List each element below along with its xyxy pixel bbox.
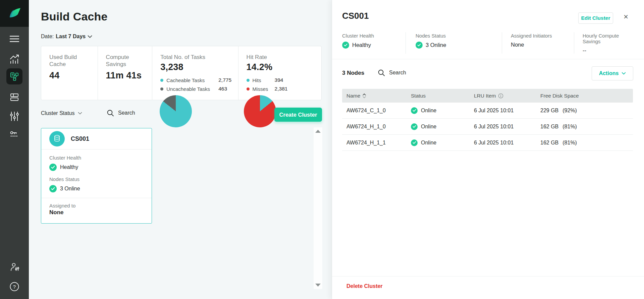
help-icon[interactable]: ? [0, 282, 29, 292]
column-free-disk-space: Free Disk Space [540, 93, 579, 99]
scroll-down-icon[interactable] [315, 284, 321, 287]
nodes-count: 3 Nodes [342, 70, 364, 76]
logo-icon [6, 5, 23, 21]
node-status: Online [421, 108, 436, 114]
panel-title: CS001 [342, 11, 369, 21]
sort-icon[interactable] [363, 94, 366, 98]
close-icon[interactable]: × [621, 12, 631, 21]
delete-cluster-button[interactable]: Delete Cluster [346, 283, 383, 289]
nodes-search-input[interactable]: Search [378, 69, 406, 76]
cluster-name: CS001 [71, 135, 89, 142]
legend-value: 2,775 [218, 77, 231, 83]
cluster-search-input[interactable]: Search [107, 109, 135, 117]
stat-value: 3,238 [160, 62, 238, 72]
cluster-status-filter[interactable]: Cluster Status [41, 110, 82, 116]
legend-row: Hits 394 [247, 77, 321, 83]
summary-nodes-status: Nodes Status 3 Online [406, 32, 502, 54]
date-filter[interactable]: Date: Last 7 Days [41, 34, 92, 40]
analytics-icon[interactable] [0, 54, 29, 64]
chevron-down-icon [78, 112, 82, 115]
nodes-status: 3 Online [49, 185, 144, 192]
legend-value: 2,381 [275, 86, 288, 92]
create-cluster-button[interactable]: Create Cluster [274, 108, 322, 122]
summary-hourly-compute-savings: Hourly Compute Savings -- [574, 32, 636, 54]
check-icon [342, 42, 349, 49]
node-disk: 229 GB(92%) [536, 108, 633, 114]
scroll-up-icon[interactable] [315, 130, 321, 133]
stat-label: Used Build Cache [49, 54, 98, 68]
summary-value: Healthy [352, 42, 371, 48]
summary-value: 3 Online [426, 42, 446, 48]
check-icon [49, 164, 57, 171]
nodes-status-label: Nodes Status [49, 176, 144, 182]
nodes-status-value: 3 Online [60, 186, 80, 192]
cluster-health-label: Cluster Health [49, 155, 144, 161]
sidebar-item-build-cache[interactable] [6, 68, 22, 84]
search-icon [378, 69, 385, 76]
summary-cluster-health: Cluster Health Healthy [342, 32, 406, 54]
chevron-down-icon [88, 35, 92, 38]
api-keys-icon[interactable] [0, 130, 29, 138]
page-title: Build Cache [41, 10, 108, 23]
stat-label: Total No. of Tasks [160, 54, 238, 61]
stat-compute-savings: Compute Savings 11m 41s [98, 46, 152, 100]
legend-label: Uncacheable Tasks [166, 86, 218, 92]
stat-label: Compute Savings [106, 54, 152, 68]
check-icon [49, 185, 57, 192]
summary-value: None [511, 42, 524, 48]
stats-card: Used Build Cache 44 Compute Savings 11m … [41, 46, 322, 100]
tasks-legend: Cacheable Tasks 2,775 Uncacheable Tasks … [160, 77, 238, 92]
summary-value: -- [583, 47, 586, 54]
chevron-down-icon [622, 72, 626, 75]
column-status: Status [411, 93, 426, 99]
cluster-detail-panel: CS001 Edit Cluster × Cluster Health Heal… [332, 0, 644, 299]
node-status: Online [421, 140, 436, 146]
node-lru: 6 Jul 2025 10:01 [470, 108, 536, 114]
cluster-status-filter-label: Cluster Status [41, 110, 74, 116]
edit-cluster-button[interactable]: Edit Cluster [578, 12, 613, 24]
cluster-summary: Cluster Health Healthy Nodes Status 3 On… [342, 32, 636, 54]
check-icon [416, 42, 423, 49]
summary-label: Cluster Health [342, 33, 406, 39]
table-row[interactable]: AW6724_H_1_0 Online 6 Jul 2025 10:01 162… [342, 119, 633, 135]
legend-label: Misses [253, 86, 275, 92]
layout-icon[interactable] [0, 93, 29, 102]
database-icon [49, 131, 65, 146]
legend-row: Uncacheable Tasks 463 [160, 86, 238, 92]
check-icon [411, 139, 418, 146]
stat-total-tasks: Total No. of Tasks 3,238 Cacheable Tasks… [152, 46, 238, 100]
date-filter-label: Date: [41, 34, 54, 40]
legend-dot-misses [247, 87, 250, 91]
table-row[interactable]: AW6724_C_1_0 Online 6 Jul 2025 10:01 229… [342, 103, 633, 119]
cluster-health-status: Healthy [49, 164, 144, 171]
info-icon[interactable] [498, 93, 503, 99]
divider [332, 276, 644, 277]
cluster-card-cs001[interactable]: CS001 Cluster Health Healthy Nodes Statu… [41, 128, 152, 224]
table-row[interactable]: AW6724_H_1_1 Online 6 Jul 2025 10:01 162… [342, 135, 633, 151]
node-name: AW6724_H_1_0 [342, 124, 407, 130]
table-header: Name Status LRU Item Free Disk Space [342, 89, 633, 103]
cluster-list-scrollbar[interactable] [314, 127, 322, 289]
legend-label: Cacheable Tasks [166, 77, 218, 83]
summary-label: Hourly Compute Savings [583, 33, 636, 44]
user-preferences-icon[interactable] [0, 262, 29, 272]
check-icon [411, 123, 418, 130]
node-lru: 6 Jul 2025 10:01 [470, 124, 536, 130]
app-logo[interactable] [0, 0, 29, 27]
date-filter-value: Last 7 Days [56, 34, 86, 40]
actions-button[interactable]: Actions [592, 66, 633, 80]
search-icon [107, 109, 114, 117]
legend-dot-hits [247, 79, 250, 82]
legend-dot-uncacheable [160, 87, 163, 91]
hit-rate-pie-chart [244, 95, 276, 127]
cluster-card-body: Cluster Health Healthy Nodes Status 3 On… [41, 150, 152, 192]
node-disk: 162 GB(81%) [536, 124, 633, 130]
nodes-toolbar: 3 Nodes Search Actions [342, 66, 633, 80]
menu-icon[interactable] [0, 35, 29, 43]
stat-value: 11m 41s [106, 70, 152, 81]
cluster-card-header: CS001 [41, 128, 152, 150]
divider [332, 59, 644, 59]
node-lru: 6 Jul 2025 10:01 [470, 140, 536, 146]
tuning-sliders-icon[interactable] [0, 111, 29, 121]
assigned-to-label: Assigned to [49, 203, 144, 208]
